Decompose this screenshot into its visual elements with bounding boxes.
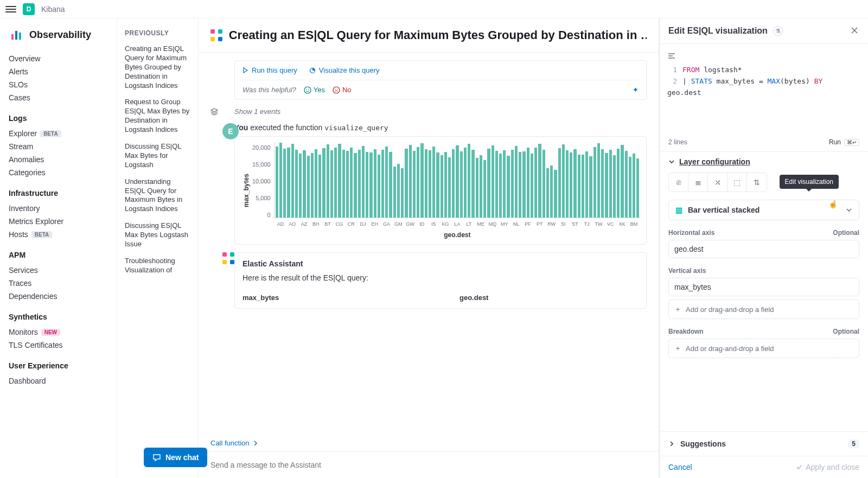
nav-item-stream[interactable]: Stream [9, 140, 111, 153]
nav-item-overview[interactable]: Overview [9, 52, 111, 65]
history-item[interactable]: Discussing ES|QL Max Bytes Logstash Issu… [125, 221, 190, 249]
assistant-name: Elastic Assistant [242, 259, 639, 268]
bar [522, 151, 525, 218]
bar [633, 154, 635, 218]
nav-group-user-experience: User Experience [9, 361, 111, 370]
tool-clear-icon[interactable]: ⎚ [669, 173, 688, 192]
breadcrumb[interactable]: Kibana [41, 5, 65, 14]
visualize-query-button[interactable]: Visualize this query [309, 66, 380, 74]
bar [441, 155, 443, 218]
nav-item-traces[interactable]: Traces [9, 277, 111, 290]
history-item[interactable]: Troubleshooting Visualization of [125, 257, 190, 275]
chevron-down-icon [846, 207, 852, 213]
bar [448, 157, 451, 218]
layer-tools: ⎚ ≣ ⤭ ⬚ ⇅ [668, 173, 767, 192]
badge-new: NEW [41, 329, 60, 336]
nav-item-tls-certificates[interactable]: TLS Certificates [9, 339, 111, 352]
check-icon [796, 464, 802, 470]
visualize-query-label: Visualize this query [319, 66, 380, 74]
run-shortcut: ⌘↵ [844, 139, 859, 146]
nav-item-metrics-explorer[interactable]: Metrics Explorer [9, 215, 111, 228]
bar [350, 148, 353, 218]
user-avatar: E [222, 123, 239, 139]
feedback-yes-button[interactable]: Yes [304, 86, 325, 94]
hamburger-icon[interactable] [5, 4, 16, 15]
suggestions-count: 5 [848, 439, 859, 448]
history-item[interactable]: Understanding ES|QL Query for Maximum By… [125, 177, 190, 214]
nav-item-anomalies[interactable]: Anomalies [9, 153, 111, 166]
bar [605, 153, 608, 218]
layer-config-toggle[interactable]: Layer configuration [668, 157, 859, 166]
v-axis-add-field[interactable]: ＋Add or drag-and-drop a field [668, 299, 859, 319]
bar [385, 146, 388, 218]
bar [507, 156, 509, 218]
space-avatar[interactable]: D [23, 3, 35, 15]
new-chat-button[interactable]: New chat [144, 448, 207, 467]
x-axis-ticks: ADAOAZBHBTCGCRDJEHGAGMGWIDISKGLALTMEMQMY… [274, 221, 641, 227]
feedback-question: Was this helpful? [242, 86, 296, 94]
sparkle-icon[interactable]: ✦ [633, 86, 639, 94]
nav-item-explorer[interactable]: ExplorerBETA [9, 127, 111, 140]
v-axis-field[interactable]: max_bytes [668, 278, 859, 296]
nav-item-inventory[interactable]: Inventory [9, 202, 111, 215]
cancel-button[interactable]: Cancel [668, 463, 692, 471]
chevron-down-icon [668, 158, 675, 165]
history-item[interactable]: Request to Group ES|QL Max Bytes by Dest… [125, 98, 190, 135]
nav-item-hosts[interactable]: HostsBETA [9, 228, 111, 241]
run-button[interactable]: Run ⌘↵ [829, 138, 859, 146]
apply-and-close-button[interactable]: Apply and close [796, 463, 859, 471]
nav-item-services[interactable]: Services [9, 264, 111, 277]
bar [311, 153, 314, 218]
optional-label: Optional [833, 328, 859, 335]
tool-color-icon[interactable]: ⬚ [727, 173, 747, 192]
run-query-button[interactable]: Run this query [242, 66, 297, 74]
history-item[interactable]: Discussing ES|QL Max Bytes for Logstash [125, 142, 190, 170]
bar [374, 149, 376, 218]
history-item[interactable]: Creating an ES|QL Query for Maximum Byte… [125, 44, 190, 90]
tool-sort-icon[interactable]: ≣ [688, 173, 708, 192]
left-nav: Observability OverviewAlertsSLOsCases Lo… [0, 18, 117, 478]
nav-item-monitors[interactable]: MonitorsNEW [9, 326, 111, 339]
bar [492, 145, 494, 218]
chat-input[interactable] [210, 461, 647, 469]
wrap-lines-icon[interactable] [667, 52, 676, 60]
h-axis-label: Horizontal axis [668, 229, 714, 237]
bar [511, 150, 514, 218]
esql-editor[interactable]: 1FROM logstash* 2| STATS max_bytes = MAX… [667, 65, 860, 98]
bar [636, 158, 639, 218]
bar [429, 150, 431, 218]
feedback-no-button[interactable]: No [333, 86, 352, 94]
run-query-label: Run this query [252, 66, 297, 74]
y-axis-ticks: 20,00015,00010,0005,0000 [252, 142, 274, 229]
chat-icon [152, 453, 161, 462]
nav-item-dependencies[interactable]: Dependencies [9, 290, 111, 303]
show-events-link[interactable]: Show 1 events [234, 107, 280, 116]
bar [617, 149, 620, 218]
edit-visualization-tooltip: Edit visualization [780, 175, 839, 189]
call-function-button[interactable]: Call function [210, 439, 659, 447]
nav-item-dashboard[interactable]: Dashboard [9, 374, 111, 387]
breakdown-add-field[interactable]: ＋Add or drag-and-drop a field [668, 339, 859, 358]
bar [503, 150, 506, 218]
bar [401, 168, 404, 218]
suggestions-toggle[interactable]: Suggestions 5 [660, 431, 868, 456]
tool-random-icon[interactable]: ⤭ [708, 173, 727, 192]
nav-item-alerts[interactable]: Alerts [9, 65, 111, 78]
bar [358, 150, 361, 218]
nav-item-cases[interactable]: Cases [9, 91, 111, 104]
table-col-max-bytes: max_bytes [242, 294, 438, 302]
close-icon[interactable] [851, 27, 859, 35]
bar [405, 149, 407, 218]
h-axis-field[interactable]: geo.dest [668, 240, 859, 258]
bar [283, 149, 286, 218]
bar [538, 144, 541, 218]
bar [444, 152, 447, 218]
bar [287, 148, 290, 218]
bar [570, 152, 572, 218]
tool-swap-icon[interactable]: ⇅ [747, 173, 767, 192]
svg-rect-2 [19, 33, 21, 40]
bar [276, 146, 278, 218]
nav-item-categories[interactable]: Categories [9, 166, 111, 179]
bar [318, 155, 321, 218]
nav-item-slos[interactable]: SLOs [9, 78, 111, 91]
